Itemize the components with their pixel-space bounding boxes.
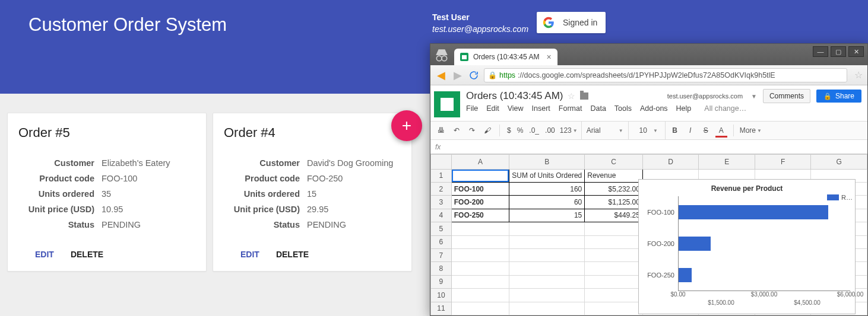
col-header[interactable]: G (811, 155, 867, 170)
cell[interactable]: 60 (509, 196, 585, 209)
cell[interactable] (451, 222, 509, 235)
row-header[interactable]: 6 (431, 235, 452, 248)
cell[interactable] (451, 169, 509, 182)
italic-button[interactable]: I (685, 125, 696, 136)
cell[interactable] (585, 248, 643, 261)
doc-folder-icon[interactable] (580, 92, 588, 100)
cell[interactable]: FOO-250 (451, 209, 509, 222)
cell[interactable] (585, 302, 643, 315)
cell[interactable]: SUM of Units Ordered (509, 169, 585, 182)
account-menu-icon[interactable]: ▼ (751, 93, 757, 100)
cell[interactable] (585, 275, 643, 288)
menu-edit[interactable]: Edit (486, 104, 499, 113)
strikethrough-button[interactable]: S (700, 125, 712, 136)
font-size-dropdown[interactable]: 10▼ (632, 122, 666, 139)
col-header[interactable]: A (451, 155, 509, 170)
cell[interactable]: 15 (509, 209, 585, 222)
cell[interactable] (509, 235, 585, 248)
signed-in-badge[interactable]: Signed in (537, 12, 606, 33)
row-header[interactable]: 3 (431, 196, 452, 209)
cell[interactable]: $1,125.00 (585, 196, 643, 209)
cell[interactable]: 160 (509, 183, 585, 196)
col-header[interactable]: D (642, 155, 699, 170)
reload-icon[interactable] (468, 70, 479, 81)
comments-button[interactable]: Comments (763, 89, 810, 103)
menu-data[interactable]: Data (590, 104, 606, 113)
cell[interactable] (585, 289, 643, 302)
undo-icon[interactable]: ↶ (451, 125, 462, 136)
cell[interactable] (509, 275, 585, 288)
cell[interactable]: FOO-100 (451, 183, 509, 196)
menu-view[interactable]: View (508, 104, 524, 113)
changes-saved[interactable]: All change… (704, 104, 746, 113)
col-header[interactable]: F (755, 155, 810, 170)
row-header[interactable]: 8 (431, 262, 452, 275)
revenue-chart[interactable]: Revenue per Product R… FOO-100 FOO-200 F… (638, 179, 856, 314)
number-format-dropdown[interactable]: 123▼ (560, 126, 578, 135)
browser-tab[interactable]: Orders (10:43:45 AM × (454, 49, 557, 65)
cell[interactable]: Revenue (585, 169, 643, 182)
more-toolbar-button[interactable]: More▼ (740, 126, 762, 135)
row-header[interactable]: 7 (431, 248, 452, 261)
cell[interactable] (451, 235, 509, 248)
menu-addons[interactable]: Add-ons (640, 104, 668, 113)
col-header[interactable]: E (699, 155, 755, 170)
cell[interactable]: FOO-200 (451, 196, 509, 209)
share-button[interactable]: 🔒Share (816, 90, 861, 103)
format-percent-button[interactable]: % (516, 126, 525, 135)
edit-button[interactable]: EDIT (240, 250, 259, 259)
bold-button[interactable]: B (669, 125, 681, 136)
print-icon[interactable]: 🖶 (435, 125, 447, 136)
menu-tools[interactable]: Tools (614, 104, 632, 113)
tab-close-icon[interactable]: × (546, 52, 551, 62)
nav-back-button[interactable]: ◀ (435, 69, 447, 81)
cell[interactable] (585, 262, 643, 275)
cell[interactable] (509, 248, 585, 261)
redo-icon[interactable]: ↷ (466, 125, 478, 136)
increase-decimal-button[interactable]: .00 (544, 126, 556, 135)
cell[interactable] (509, 289, 585, 302)
cell[interactable] (585, 235, 643, 248)
cell[interactable]: $5,232.00 (585, 183, 643, 196)
address-bar[interactable]: 🔒 https://docs.google.com/spreadsheets/d… (484, 68, 847, 82)
window-minimize-button[interactable]: — (813, 46, 828, 57)
account-email[interactable]: test.user@appsrocks.com (667, 92, 743, 100)
row-header[interactable]: 1 (431, 169, 452, 182)
col-header[interactable]: C (585, 155, 643, 170)
cell[interactable]: $449.25 (585, 209, 643, 222)
menu-help[interactable]: Help (676, 104, 692, 113)
text-color-button[interactable]: A (715, 125, 727, 136)
window-maximize-button[interactable]: ▢ (831, 46, 846, 57)
cell[interactable] (451, 302, 509, 315)
format-currency-button[interactable]: $ (506, 126, 512, 135)
row-header[interactable]: 11 (431, 302, 452, 315)
decrease-decimal-button[interactable]: .0_ (528, 126, 540, 135)
font-family-dropdown[interactable]: Arial▼ (581, 122, 629, 139)
row-header[interactable]: 4 (431, 209, 452, 222)
bookmark-star-icon[interactable]: ☆ (854, 69, 863, 81)
menu-format[interactable]: Format (559, 104, 582, 113)
cell[interactable] (451, 248, 509, 261)
delete-button[interactable]: DELETE (71, 250, 103, 259)
cell[interactable] (509, 302, 585, 315)
add-order-fab[interactable]: + (391, 110, 422, 141)
cell[interactable] (509, 222, 585, 235)
delete-button[interactable]: DELETE (276, 250, 309, 259)
menu-file[interactable]: File (466, 104, 478, 113)
doc-title[interactable]: Orders (10:43:45 AM) (466, 90, 563, 102)
menu-insert[interactable]: Insert (532, 104, 550, 113)
doc-star-icon[interactable]: ☆ (568, 91, 575, 101)
nav-forward-button[interactable]: ▶ (452, 69, 464, 81)
formula-bar[interactable]: fx (430, 140, 867, 154)
window-close-button[interactable]: ✕ (848, 46, 864, 57)
row-header[interactable]: 10 (431, 289, 452, 302)
row-header[interactable]: 2 (431, 183, 452, 196)
col-header[interactable]: B (509, 155, 585, 170)
select-all-cell[interactable] (431, 155, 452, 170)
row-header[interactable]: 9 (431, 275, 452, 288)
cell[interactable] (451, 289, 509, 302)
edit-button[interactable]: EDIT (35, 250, 54, 259)
paint-format-icon[interactable]: 🖌 (481, 125, 493, 136)
cell[interactable] (451, 275, 509, 288)
cell[interactable] (509, 262, 585, 275)
